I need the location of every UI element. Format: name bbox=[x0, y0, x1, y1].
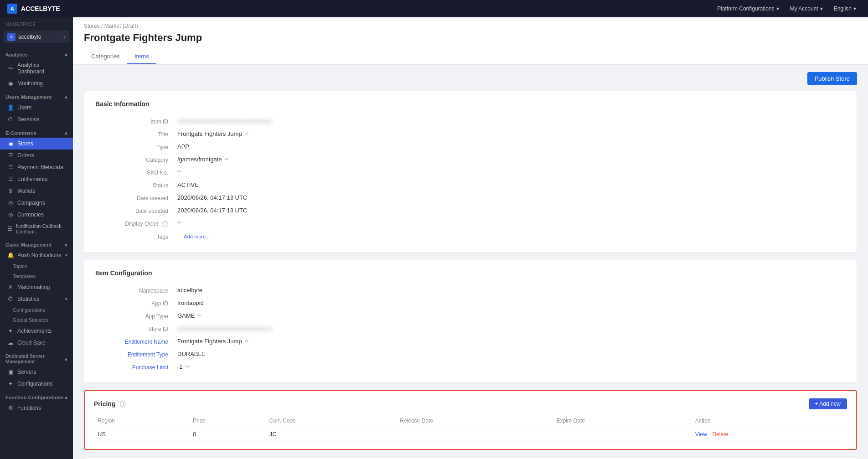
sidebar-item-achievements[interactable]: ✦ Achievements bbox=[0, 325, 73, 337]
chevron-down-icon: ▾ bbox=[65, 297, 67, 301]
clock-icon: ⏱ bbox=[7, 116, 14, 123]
user-icon: 👤 bbox=[7, 104, 14, 111]
view-pricing-link[interactable]: View bbox=[695, 431, 707, 438]
sidebar-item-payment-metadata[interactable]: ☰ Payment Metadata bbox=[0, 161, 73, 173]
sidebar-item-dsm-configurations[interactable]: ✦ Configurations bbox=[0, 378, 73, 390]
sidebar-section-header-ecommerce[interactable]: E-Commerce ▴ bbox=[0, 126, 73, 138]
sidebar-item-stores[interactable]: ▣ Stores bbox=[0, 138, 73, 150]
category-value: /games/frontgate ✏ bbox=[177, 156, 846, 163]
sidebar-section-header-users[interactable]: Users Management ▴ bbox=[0, 90, 73, 102]
entitlement-name-edit-icon[interactable]: ✏ bbox=[245, 338, 249, 344]
date-updated-label: Date updated bbox=[95, 207, 177, 214]
namespace-row: Namespace accelbyte bbox=[95, 284, 846, 297]
sidebar-item-statistics[interactable]: ⏱ Statistics ▾ bbox=[0, 293, 73, 305]
title-row: Title Frontgate Fighters Jump ✏ bbox=[95, 128, 846, 140]
delete-pricing-link[interactable]: Delete bbox=[712, 431, 728, 438]
sidebar-item-currencies[interactable]: ◎ Currencies bbox=[0, 209, 73, 221]
status-value: ACTIVE bbox=[177, 181, 846, 188]
item-configuration-title: Item Configuration bbox=[95, 269, 846, 277]
sidebar-section-game-management: Game Management ▴ 🔔 Push Notifications ▾… bbox=[0, 238, 73, 349]
sidebar-item-monitoring[interactable]: ◉ Monitoring bbox=[0, 77, 73, 89]
entitlements-icon: ☰ bbox=[7, 176, 14, 182]
item-configuration-card: Item Configuration Namespace accelbyte A… bbox=[84, 260, 857, 383]
sidebar-section-function-configs: Function Configurations ▴ ⚙ Functions bbox=[0, 391, 73, 414]
pricing-title: Pricing i bbox=[94, 400, 126, 407]
breadcrumb-stores[interactable]: Stores bbox=[84, 23, 100, 29]
publish-store-button[interactable]: Publish Store bbox=[807, 72, 857, 85]
sidebar-item-functions[interactable]: ⚙ Functions bbox=[0, 402, 73, 414]
sku-label: SKU No. bbox=[95, 169, 177, 176]
namespace-selector[interactable]: A accelbyte ▾ bbox=[4, 31, 69, 43]
title-edit-icon[interactable]: ✏ bbox=[245, 131, 249, 137]
tags-label: Tags bbox=[95, 233, 177, 240]
item-id-label: Item ID bbox=[95, 118, 177, 125]
status-row: Status ACTIVE bbox=[95, 179, 846, 191]
add-new-pricing-button[interactable]: + Add new bbox=[809, 398, 847, 409]
language-button[interactable]: English ▾ bbox=[829, 4, 861, 14]
sidebar-item-analytics-dashboard[interactable]: 〜 Analytics Dashboard bbox=[0, 59, 73, 77]
sidebar-item-configurations[interactable]: Configurations bbox=[0, 305, 73, 315]
sku-edit-icon[interactable]: ✏ bbox=[177, 169, 181, 175]
app-type-edit-icon[interactable]: ✏ bbox=[197, 313, 202, 319]
sidebar-item-cloud-save[interactable]: ☁ Cloud Save bbox=[0, 337, 73, 349]
sidebar-item-matchmaking[interactable]: ✕ Matchmaking bbox=[0, 281, 73, 293]
sidebar-item-orders[interactable]: ☰ Orders bbox=[0, 150, 73, 161]
info-icon[interactable]: i bbox=[162, 221, 168, 227]
chevron-down-icon: ▾ bbox=[776, 5, 779, 12]
date-updated-value: 2020/06/26, 04:17:13 UTC bbox=[177, 207, 846, 214]
pricing-header: Pricing i + Add new bbox=[94, 398, 847, 409]
sidebar-section-header-game-management[interactable]: Game Management ▴ bbox=[0, 238, 73, 249]
sidebar-item-notification-callback[interactable]: ☰ Notification Callback Configur... bbox=[0, 221, 73, 237]
pricing-expire-date bbox=[553, 427, 692, 442]
orders-icon: ☰ bbox=[7, 152, 14, 159]
display-order-row: Display Order i ✏ bbox=[95, 217, 846, 230]
tab-items[interactable]: Items bbox=[127, 49, 156, 64]
item-configuration-table: Namespace accelbyte App ID frontappid Ap… bbox=[95, 284, 846, 373]
matchmaking-icon: ✕ bbox=[7, 284, 14, 290]
sidebar-section-ecommerce: E-Commerce ▴ ▣ Stores ☰ Orders ☰ Payment… bbox=[0, 126, 73, 237]
title-value: Frontgate Fighters Jump ✏ bbox=[177, 130, 846, 137]
app-id-row: App ID frontappid bbox=[95, 297, 846, 309]
pricing-curr-code: JC bbox=[266, 427, 396, 442]
sidebar-item-global-statistics[interactable]: Global Statistics bbox=[0, 315, 73, 325]
sidebar-item-wallets[interactable]: $ Wallets bbox=[0, 185, 73, 197]
sidebar-item-users[interactable]: 👤 Users bbox=[0, 102, 73, 113]
publishing-content-card: Publishing Content bbox=[84, 457, 857, 459]
sidebar-item-templates[interactable]: Templates bbox=[0, 271, 73, 281]
display-order-edit-icon[interactable]: ✏ bbox=[177, 220, 181, 226]
entitlement-type-value: DURABLE bbox=[177, 351, 846, 357]
sidebar-item-sessions[interactable]: ⏱ Sessions bbox=[0, 113, 73, 125]
platform-configs-button[interactable]: Platform Configurations ▾ bbox=[713, 4, 783, 14]
sidebar-item-topics[interactable]: Topics bbox=[0, 261, 73, 271]
account-button[interactable]: My Account ▾ bbox=[785, 4, 827, 14]
namespace-icon: A bbox=[7, 33, 16, 41]
chevron-icon: ▴ bbox=[65, 356, 67, 362]
sidebar-section-header-analytics[interactable]: Analytics ▴ bbox=[0, 48, 73, 59]
tags-add-more-link[interactable]: Add more... bbox=[184, 234, 210, 239]
sidebar-section-header-function-configs[interactable]: Function Configurations ▴ bbox=[0, 391, 73, 402]
breadcrumb: Stores / Market (Draft) bbox=[84, 23, 857, 29]
category-edit-icon[interactable]: ✏ bbox=[225, 156, 229, 162]
category-row: Category /games/frontgate ✏ bbox=[95, 153, 846, 166]
ic-namespace-value: accelbyte bbox=[177, 287, 846, 294]
pricing-info-icon[interactable]: i bbox=[120, 401, 126, 407]
currencies-icon: ◎ bbox=[7, 211, 14, 218]
sidebar-item-servers[interactable]: ▣ Servers bbox=[0, 366, 73, 378]
pricing-region: US bbox=[94, 427, 189, 442]
breadcrumb-market[interactable]: Market (Draft) bbox=[104, 23, 138, 29]
purchase-limit-label: Purchase Limit bbox=[95, 363, 177, 371]
item-id-value: xxxxxxxxxxxxxxxxxxxxxxxxxxxxxxxx bbox=[177, 118, 846, 124]
chevron-icon: ▴ bbox=[65, 394, 67, 400]
chart-icon: 〜 bbox=[7, 65, 14, 72]
sidebar-item-entitlements[interactable]: ☰ Entitlements bbox=[0, 173, 73, 185]
tab-categories[interactable]: Categories bbox=[84, 49, 127, 64]
sidebar-section-header-dedicated-server[interactable]: Dedicated Server Management ▴ bbox=[0, 350, 73, 366]
sidebar-item-push-notifications[interactable]: 🔔 Push Notifications ▾ bbox=[0, 249, 73, 261]
tags-value: - Add more... bbox=[177, 233, 846, 240]
chevron-icon: ▴ bbox=[65, 130, 67, 136]
purchase-limit-edit-icon[interactable]: ✏ bbox=[186, 364, 190, 370]
logo-text: ACCELBYTE bbox=[21, 5, 60, 12]
statistics-icon: ⏱ bbox=[7, 296, 14, 302]
sidebar-item-campaigns[interactable]: ◎ Campaigns bbox=[0, 197, 73, 209]
col-action: Action bbox=[692, 415, 847, 427]
